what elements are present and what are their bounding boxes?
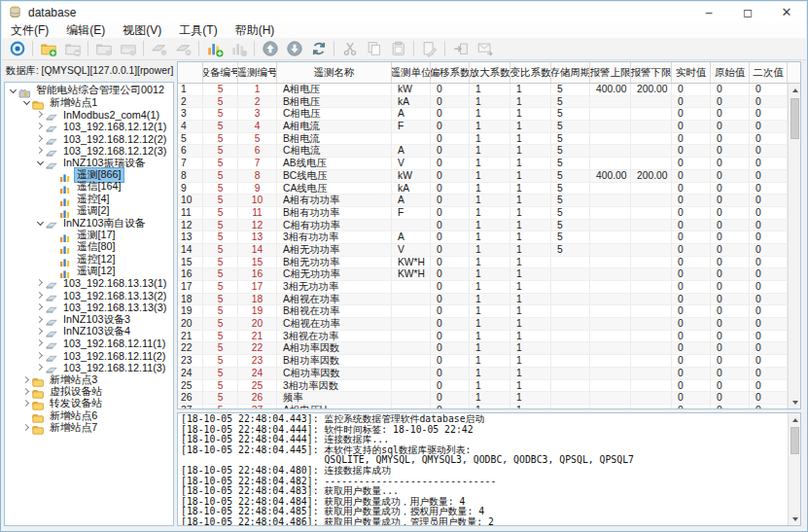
menu-tools[interactable]: 工具(T): [170, 21, 226, 40]
table-cell[interactable]: 1: [510, 96, 551, 109]
table-cell[interactable]: 0: [750, 195, 788, 207]
table-cell[interactable]: [590, 158, 631, 170]
table-cell[interactable]: 0: [431, 220, 470, 232]
table-cell[interactable]: [631, 158, 672, 170]
table-cell[interactable]: 1: [510, 108, 551, 121]
table-cell[interactable]: 5: [551, 158, 590, 170]
table-cell[interactable]: 25: [238, 380, 277, 393]
table-cell[interactable]: 0: [431, 244, 470, 257]
table-row[interactable]: 11511B相有功功率F0115000: [178, 207, 788, 220]
table-cell[interactable]: 1: [510, 380, 551, 393]
row-number[interactable]: 25: [178, 380, 203, 393]
table-cell[interactable]: kW: [392, 170, 431, 183]
add-signal-icon[interactable]: [202, 39, 227, 59]
row-number[interactable]: 7: [178, 158, 203, 170]
row-number[interactable]: 10: [178, 195, 203, 207]
table-cell[interactable]: 0: [431, 294, 470, 306]
column-header[interactable]: 二次值: [750, 62, 788, 83]
maximize-button[interactable]: ◻: [728, 2, 767, 22]
row-number[interactable]: 8: [178, 170, 203, 183]
table-cell[interactable]: 0: [431, 281, 470, 294]
table-cell[interactable]: 1: [510, 392, 551, 405]
row-number[interactable]: 21: [178, 331, 203, 343]
table-cell[interactable]: 0: [431, 96, 470, 109]
table-cell[interactable]: [590, 281, 631, 294]
table-cell[interactable]: 10: [238, 195, 277, 207]
table-row[interactable]: 27527A相电压U011000: [178, 405, 788, 408]
table-cell[interactable]: [590, 183, 631, 195]
table-cell[interactable]: 0: [672, 244, 711, 257]
table-cell[interactable]: 3相功率因数: [277, 380, 392, 393]
table-cell[interactable]: 1: [470, 268, 510, 281]
table-cell[interactable]: 1: [470, 294, 510, 306]
table-row[interactable]: 555B相电流0115000: [178, 133, 788, 146]
table-row[interactable]: 14514A相无功功率V0115000: [178, 244, 788, 257]
table-cell[interactable]: F: [392, 207, 431, 220]
table-cell[interactable]: 1: [510, 145, 551, 158]
chevron-right-icon[interactable]: [35, 314, 46, 325]
table-cell[interactable]: [392, 305, 431, 318]
table-cell[interactable]: 0: [672, 207, 711, 220]
table-cell[interactable]: 0: [672, 220, 711, 232]
column-header[interactable]: 遥测名称: [277, 62, 392, 83]
table-cell[interactable]: F: [392, 121, 431, 133]
table-cell[interactable]: 0: [431, 145, 470, 158]
table-cell[interactable]: 5: [238, 133, 277, 146]
table-cell[interactable]: [590, 96, 631, 109]
table-cell[interactable]: [590, 318, 631, 331]
table-cell[interactable]: [590, 108, 631, 121]
menu-help[interactable]: 帮助(H): [227, 21, 284, 40]
table-cell[interactable]: [590, 121, 631, 133]
table-cell[interactable]: 0: [431, 84, 470, 96]
table-cell[interactable]: 1: [470, 133, 510, 146]
table-cell[interactable]: 0: [711, 207, 750, 220]
table-cell[interactable]: kA: [392, 96, 431, 109]
table-cell[interactable]: 0: [711, 294, 750, 306]
tree-item[interactable]: 遥测[866]: [5, 169, 173, 181]
table-cell[interactable]: [631, 96, 672, 109]
row-number[interactable]: 15: [178, 257, 203, 269]
table-cell[interactable]: 0: [431, 121, 470, 133]
table-cell[interactable]: 5: [203, 281, 238, 294]
table-cell[interactable]: 0: [711, 257, 750, 269]
table-cell[interactable]: 0: [431, 342, 470, 355]
table-cell[interactable]: 0: [672, 133, 711, 146]
table-row[interactable]: 353C相电压A0115000: [178, 108, 788, 121]
table-cell[interactable]: 0: [672, 318, 711, 331]
table-cell[interactable]: [392, 342, 431, 355]
table-cell[interactable]: 5: [203, 133, 238, 146]
row-number[interactable]: 9: [178, 183, 203, 195]
table-cell[interactable]: 1: [510, 170, 551, 183]
row-number[interactable]: 17: [178, 281, 203, 294]
table-cell[interactable]: 1: [510, 158, 551, 170]
table-cell[interactable]: 0: [672, 231, 711, 244]
refresh-icon[interactable]: [306, 39, 331, 59]
tree-item[interactable]: InNZ103设备4: [5, 326, 173, 337]
table-cell[interactable]: 1: [510, 281, 551, 294]
device-tree[interactable]: 智能电站综合管理公司0012新增站点1InModbus2_com4(1)103_…: [4, 82, 174, 526]
table-row[interactable]: 20520C相视在功率011000: [178, 318, 788, 331]
table-cell[interactable]: V: [392, 158, 431, 170]
table-cell[interactable]: 5: [551, 231, 590, 244]
tree-item[interactable]: 103_192.168.12.12(2): [5, 133, 173, 145]
table-cell[interactable]: 14: [238, 244, 277, 257]
table-row[interactable]: 175173相无功功率011000: [178, 281, 788, 294]
table-cell[interactable]: 5: [551, 121, 590, 133]
table-row[interactable]: 10510A相有功功率A0115000: [178, 195, 788, 207]
table-scroll-thumb[interactable]: [790, 98, 799, 139]
tree-item[interactable]: 智能电站综合管理公司0012: [5, 85, 173, 96]
table-cell[interactable]: 0: [750, 380, 788, 393]
table-cell[interactable]: 5: [551, 145, 590, 158]
table-cell[interactable]: 1: [510, 133, 551, 146]
table-cell[interactable]: 5: [203, 108, 238, 121]
table-row[interactable]: 24524C相功率因数011000: [178, 368, 788, 380]
chevron-right-icon[interactable]: [21, 423, 32, 434]
table-cell[interactable]: V: [392, 244, 431, 257]
table-cell[interactable]: 0: [672, 170, 711, 183]
table-cell[interactable]: 0: [672, 195, 711, 207]
table-cell[interactable]: 0: [431, 331, 470, 343]
table-row[interactable]: 151A相电压kW0115400.00200.00000: [178, 84, 788, 96]
table-cell[interactable]: 11: [238, 207, 277, 220]
table-cell[interactable]: 1: [470, 392, 510, 405]
table-cell[interactable]: [590, 392, 631, 405]
